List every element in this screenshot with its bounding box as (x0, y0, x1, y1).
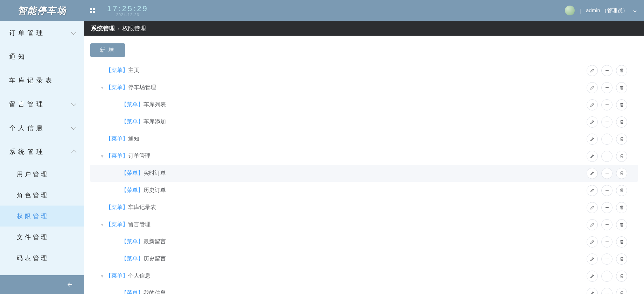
sidebar-item[interactable]: 车库记录表 (0, 69, 84, 92)
caret-down-icon[interactable]: ▼ (99, 154, 106, 159)
delete-button[interactable] (616, 219, 627, 230)
add-child-button[interactable] (601, 82, 612, 93)
caret-down-icon[interactable]: ▼ (99, 85, 106, 90)
add-child-button[interactable] (601, 151, 612, 162)
edit-button[interactable] (587, 116, 598, 128)
edit-button[interactable] (587, 134, 598, 145)
tree-row[interactable]: ▶【菜单】主页 (90, 62, 638, 79)
edit-button[interactable] (587, 82, 598, 93)
sidebar-item[interactable]: 通知 (0, 45, 84, 69)
edit-icon (590, 68, 595, 73)
delete-button[interactable] (616, 65, 627, 76)
avatar[interactable] (565, 6, 575, 15)
tree-row[interactable]: ▶【菜单】实时订单 (90, 165, 638, 182)
tree-node-name: 留言管理 (128, 221, 150, 228)
add-child-button[interactable] (601, 271, 612, 282)
add-child-button[interactable] (601, 65, 612, 76)
tree-node-label: 【菜单】留言管理 (106, 221, 587, 228)
content-inner: 新增 ▶【菜单】主页▼【菜单】停车场管理▶【菜单】车库列表▶【菜单】车库添加▶【… (84, 36, 644, 294)
edit-button[interactable] (587, 236, 598, 248)
sidebar-item[interactable]: 订单管理 (0, 21, 84, 45)
trash-icon (619, 153, 624, 159)
edit-icon (590, 153, 595, 159)
edit-button[interactable] (587, 271, 598, 282)
sidebar-sub-item[interactable]: 码表管理 (0, 248, 84, 268)
tree-row[interactable]: ▶【菜单】车库列表 (90, 96, 638, 113)
sidebar-sub-item[interactable]: 文件管理 (0, 227, 84, 248)
add-child-button[interactable] (601, 219, 612, 230)
edit-button[interactable] (587, 99, 598, 110)
tree-row[interactable]: ▶【菜单】历史订单 (90, 182, 638, 199)
chevron-down-icon[interactable] (633, 8, 637, 13)
sidebar-item[interactable]: 系统管理 (0, 140, 84, 164)
delete-button[interactable] (616, 253, 627, 265)
edit-button[interactable] (587, 65, 598, 76)
sidebar-sub-item[interactable]: 权限管理 (0, 206, 84, 227)
add-child-button[interactable] (601, 134, 612, 145)
user-display[interactable]: admin （管理员） (586, 7, 628, 14)
add-child-button[interactable] (601, 116, 612, 128)
add-child-button[interactable] (601, 288, 612, 294)
tree-row[interactable]: ▼【菜单】个人信息 (90, 267, 638, 285)
add-child-button[interactable] (601, 185, 612, 196)
sidebar-item[interactable]: 留言管理 (0, 92, 84, 116)
tree-node-label: 【菜单】历史订单 (121, 187, 587, 194)
add-child-button[interactable] (601, 253, 612, 265)
plus-icon (604, 188, 610, 193)
delete-button[interactable] (616, 236, 627, 248)
sidebar-sub-item[interactable]: 用户管理 (0, 164, 84, 185)
plus-icon (604, 68, 610, 73)
edit-button[interactable] (587, 168, 598, 179)
delete-button[interactable] (616, 185, 627, 196)
trash-icon (619, 85, 624, 90)
tree-node-label: 【菜单】历史留言 (121, 255, 587, 263)
trash-icon (619, 256, 624, 261)
menu-toggle-button[interactable] (88, 6, 97, 15)
top-bar: 智能停车场 17:25:29 2024-12-23 | admin （管理员） (0, 0, 644, 21)
add-child-button[interactable] (601, 202, 612, 213)
sidebar-collapse-bar[interactable] (0, 275, 84, 294)
delete-button[interactable] (616, 271, 627, 282)
delete-button[interactable] (616, 288, 627, 294)
edit-button[interactable] (587, 151, 598, 162)
tree-row[interactable]: ▶【菜单】通知 (90, 130, 638, 148)
caret-down-icon[interactable]: ▼ (99, 274, 106, 279)
delete-button[interactable] (616, 134, 627, 145)
edit-button[interactable] (587, 288, 598, 294)
edit-button[interactable] (587, 185, 598, 196)
add-child-button[interactable] (601, 236, 612, 248)
delete-button[interactable] (616, 116, 627, 128)
delete-button[interactable] (616, 202, 627, 213)
delete-button[interactable] (616, 99, 627, 110)
add-child-button[interactable] (601, 168, 612, 179)
sidebar-sub-item[interactable]: 角色管理 (0, 185, 84, 206)
add-child-button[interactable] (601, 99, 612, 110)
tree-row-actions (587, 219, 627, 230)
tree-row[interactable]: ▶【菜单】最新留言 (90, 233, 638, 250)
tree-node-label: 【菜单】主页 (106, 67, 587, 74)
tree-row[interactable]: ▼【菜单】留言管理 (90, 216, 638, 233)
delete-button[interactable] (616, 168, 627, 179)
edit-button[interactable] (587, 219, 598, 230)
edit-button[interactable] (587, 202, 598, 213)
edit-button[interactable] (587, 253, 598, 265)
tree-row[interactable]: ▼【菜单】订单管理 (90, 148, 638, 165)
tree-row[interactable]: ▶【菜单】车库添加 (90, 113, 638, 130)
delete-button[interactable] (616, 82, 627, 93)
add-button[interactable]: 新增 (90, 43, 125, 57)
breadcrumb-root[interactable]: 系统管理 (91, 24, 115, 33)
tree-row[interactable]: ▶【菜单】历史留言 (90, 250, 638, 267)
tree-row[interactable]: ▶【菜单】我的信息 (90, 285, 638, 294)
menu-tag: 【菜单】 (121, 255, 144, 263)
tree-row[interactable]: ▶【菜单】车库记录表 (90, 199, 638, 216)
tree-row[interactable]: ▼【菜单】停车场管理 (90, 79, 638, 96)
tree-node-label: 【菜单】订单管理 (106, 152, 587, 160)
svg-rect-1 (93, 8, 95, 10)
menu-tag: 【菜单】 (106, 152, 128, 160)
edit-icon (590, 273, 595, 279)
sidebar-item[interactable]: 个人信息 (0, 116, 84, 140)
edit-icon (590, 291, 595, 294)
breadcrumb-current: 权限管理 (122, 24, 146, 33)
caret-down-icon[interactable]: ▼ (99, 222, 106, 227)
delete-button[interactable] (616, 151, 627, 162)
